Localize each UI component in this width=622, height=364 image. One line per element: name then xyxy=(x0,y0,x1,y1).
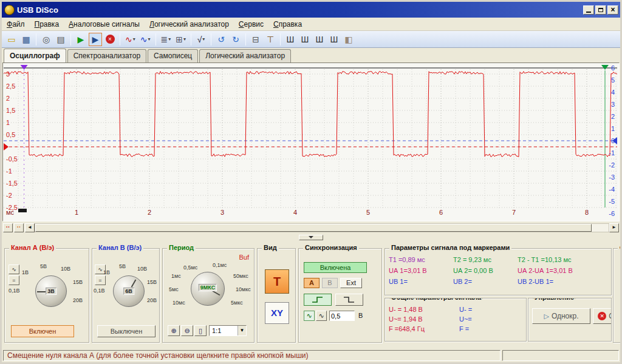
print-button[interactable]: ▤ xyxy=(54,33,67,46)
stop-button[interactable]: × xyxy=(103,33,117,46)
sync-source-ext-button[interactable]: Ext xyxy=(340,278,362,288)
repeat-button[interactable]: ↻ xyxy=(229,33,242,46)
scroll-thumb[interactable] xyxy=(35,224,592,232)
logic-i2c-button[interactable]: Ш xyxy=(313,33,326,46)
save-button[interactable]: ▦ xyxy=(19,33,33,46)
channel-b-title: Канал В (В/э) xyxy=(97,244,143,251)
channel-a-state-button[interactable]: Включен xyxy=(11,325,74,337)
channel-b-coupling-dc-button[interactable]: = xyxy=(95,275,106,285)
tag-button[interactable]: ◧ xyxy=(342,33,355,46)
trigger-falling-edge-button[interactable] xyxy=(335,294,363,306)
close-button[interactable]: × xyxy=(607,5,618,15)
single-shot-button[interactable]: ▷ Однокр. xyxy=(532,308,590,324)
x-axis-tick: 7 xyxy=(512,209,516,216)
left-axis-tick: -1,5 xyxy=(6,180,18,187)
table-button[interactable]: ⊞▾ xyxy=(174,33,188,46)
menu-logic-analyzer[interactable]: Логический анализатор xyxy=(145,19,234,30)
channel-a-coupling-dc-button[interactable]: = xyxy=(9,275,19,285)
trigger-rising-edge-button[interactable] xyxy=(304,294,332,306)
tab-recorder[interactable]: Самописец xyxy=(148,49,198,62)
zoom-in-button[interactable]: ⊕ xyxy=(168,325,180,336)
trigger-level-input[interactable] xyxy=(329,311,355,321)
menu-edit[interactable]: Правка xyxy=(30,19,64,30)
marker-param-value: UА 2-UА 1=3,01 В xyxy=(518,267,573,274)
stop-icon: ✕ xyxy=(598,312,606,320)
channel-a-knob[interactable]: 3В xyxy=(35,275,67,307)
menu-file[interactable]: Файл xyxy=(2,19,30,30)
marker-t1[interactable] xyxy=(21,65,28,70)
marker-a-button[interactable]: ·· xyxy=(3,223,13,232)
scale-select[interactable]: 1:1 ▼ xyxy=(209,325,247,336)
scroll-right-button[interactable]: ► xyxy=(609,223,619,232)
print-preview-button[interactable]: ◎ xyxy=(39,33,53,46)
menu-service[interactable]: Сервис xyxy=(234,19,268,30)
calculator-button[interactable]: ⊟ xyxy=(249,33,262,46)
channel-b-state-button[interactable]: Выключен xyxy=(97,325,156,337)
trigger-mode-normal-button[interactable]: ∿ xyxy=(316,311,327,321)
refresh-button[interactable]: ↺ xyxy=(214,33,228,46)
channel-b-knob[interactable]: 6В xyxy=(113,275,145,307)
signal-b-button[interactable]: ∿▾ xyxy=(138,33,152,46)
marker-param-value: UА 1=3,01 В xyxy=(389,267,427,274)
control-group: Управление ▷ Однокр. ✕ Остан. xyxy=(528,298,612,342)
list-button[interactable]: ≣▾ xyxy=(159,33,173,46)
horizontal-scrollbar[interactable]: ◄ ► xyxy=(25,223,619,232)
right-axis-tick: -4 xyxy=(609,186,615,193)
minimize-button[interactable] xyxy=(583,5,594,15)
logic-uart-button[interactable]: Ш xyxy=(327,33,341,46)
tab-logic-analyzer[interactable]: Логический анализатор xyxy=(199,49,291,62)
channel-a-coupling-ac-button[interactable]: ∿ xyxy=(9,265,19,274)
left-axis-tick: 0,5 xyxy=(6,131,15,138)
restore-icon xyxy=(598,8,603,12)
dial-label: 1В xyxy=(22,269,29,275)
rising-edge-icon xyxy=(312,296,324,303)
menu-help[interactable]: Справка xyxy=(268,19,307,30)
menu-analog-signals[interactable]: Аналоговые сигналы xyxy=(64,19,145,30)
logic-spi-button[interactable]: Ш xyxy=(298,33,312,46)
signal-a-button[interactable]: ∿▾ xyxy=(123,33,137,46)
measure-button[interactable]: ⊤ xyxy=(264,33,277,46)
right-axis-tick: 1 xyxy=(611,125,615,132)
right-axis-tick: 2 xyxy=(611,113,615,120)
channel-b-value: 6В xyxy=(123,288,134,295)
channel-a-offset-marker[interactable] xyxy=(4,143,9,150)
start-icon: ▶ xyxy=(78,35,84,44)
tab-oscilloscope[interactable]: Осциллограф xyxy=(4,49,66,62)
marker-param-value: UВ 1= xyxy=(389,278,408,285)
window-title: USB DiSco xyxy=(17,5,583,15)
trigger-mode-auto-button[interactable]: ∿ xyxy=(304,311,315,321)
toolbar-separator xyxy=(191,33,191,46)
open-button[interactable]: ▭ xyxy=(5,33,18,46)
view-t-button[interactable]: Т xyxy=(265,269,289,294)
tab-spectrum-analyzer[interactable]: Спектроанализатор xyxy=(67,49,146,62)
marker-t2[interactable] xyxy=(601,65,609,70)
oscilloscope-display[interactable]: 32,521,510,5-0,5-1-1,5-2-2,56543210-1-2-… xyxy=(2,62,620,221)
math-button[interactable]: √▾ xyxy=(194,33,208,46)
marker-param-value: Т2 - Т1 =10,13 мс xyxy=(518,256,572,263)
table-icon: ⊞ xyxy=(176,35,183,44)
single-step-button[interactable]: ▶ xyxy=(89,33,102,46)
zoom-out-button[interactable]: ⊖ xyxy=(181,325,193,336)
tab-bar: ОсциллографСпектроанализаторСамописецЛог… xyxy=(2,48,620,62)
sync-source-a-button[interactable]: А xyxy=(304,278,320,288)
bottom-marker-handle[interactable] xyxy=(18,209,27,212)
scroll-track[interactable] xyxy=(35,223,609,232)
sync-source-b-button[interactable]: В xyxy=(322,278,338,288)
marker-parameters-group: Параметры сигнала под маркерами Т1 =0,89… xyxy=(384,248,612,295)
page-view-button[interactable]: ▯ xyxy=(194,325,207,336)
open-icon: ▭ xyxy=(7,35,15,44)
dial-label: 1В xyxy=(103,269,110,275)
view-xy-button[interactable]: XY xyxy=(265,302,289,324)
right-axis-tick: 4 xyxy=(611,89,615,96)
period-knob[interactable]: 9МКС xyxy=(191,272,225,306)
start-button[interactable]: ▶ xyxy=(74,33,87,46)
common-param-b: U~= xyxy=(459,315,472,323)
restore-button[interactable] xyxy=(595,5,606,15)
signal-b-icon: ∿ xyxy=(140,35,148,44)
sync-enabled-button[interactable]: Включена xyxy=(304,262,367,273)
panel-collapse-button[interactable] xyxy=(299,235,323,240)
logic-bus-button[interactable]: Ш xyxy=(284,33,297,46)
marker-b-button[interactable]: ·· xyxy=(14,223,24,232)
stop-button[interactable]: ✕ Остан. xyxy=(593,308,612,324)
scroll-left-button[interactable]: ◄ xyxy=(25,223,35,232)
